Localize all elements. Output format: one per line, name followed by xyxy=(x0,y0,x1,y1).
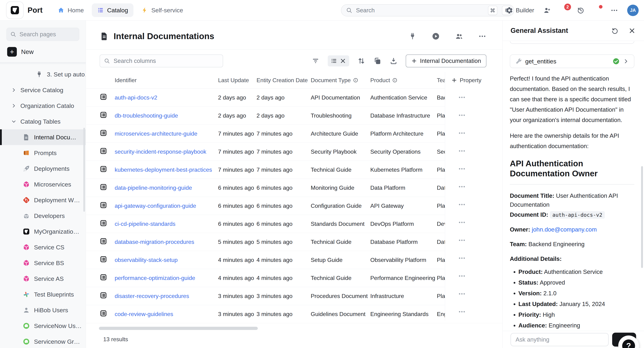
sidebar-item-hibob-users[interactable]: HiBob Users xyxy=(0,302,86,318)
copy-icon[interactable] xyxy=(374,57,382,65)
identifier-link[interactable]: data-pipeline-monitoring-guide xyxy=(115,184,192,191)
search-columns[interactable] xyxy=(100,54,223,67)
row-menu-icon[interactable] xyxy=(458,165,466,173)
sidebar-item-service-cs[interactable]: Service CS xyxy=(0,239,86,255)
identifier-link[interactable]: observability-stack-setup xyxy=(115,257,178,263)
row-menu-icon[interactable] xyxy=(458,272,466,280)
tasks-icon[interactable]: 2 xyxy=(560,6,568,14)
sidebar-search[interactable] xyxy=(6,28,79,41)
search-columns-input[interactable] xyxy=(113,57,219,64)
plug-icon[interactable] xyxy=(408,32,417,40)
identifier-link[interactable]: auth-api-docs-v2 xyxy=(115,94,157,101)
table-row[interactable]: api-gateway-configuration-guide 6 minute… xyxy=(86,197,502,215)
identifier-link[interactable]: kubernetes-deployment-best-practices xyxy=(115,167,212,173)
announcements-icon[interactable] xyxy=(594,6,602,14)
identifier-link[interactable]: database-migration-procedures xyxy=(115,239,194,245)
row-menu-icon[interactable] xyxy=(458,129,466,137)
sidebar-item-service-bs[interactable]: Service BS xyxy=(0,255,86,271)
identifier-link[interactable]: api-gateway-configuration-guide xyxy=(115,202,196,209)
table-row[interactable]: observability-stack-setup 4 minutes ago … xyxy=(86,251,502,269)
table-row[interactable]: code-review-guidelines 3 minutes ago 3 m… xyxy=(86,305,502,323)
identifier-link[interactable]: db-troubleshooting-guide xyxy=(115,112,178,119)
invite-user-icon[interactable] xyxy=(543,6,551,14)
row-menu-icon[interactable] xyxy=(458,236,466,244)
sidebar-item-developers[interactable]: Developers xyxy=(0,208,86,224)
filter-icon[interactable] xyxy=(312,57,320,65)
download-icon[interactable] xyxy=(390,57,398,65)
table-row[interactable]: db-troubleshooting-guide 2 days ago 2 da… xyxy=(86,107,502,125)
column-header-identifier[interactable]: Identifier xyxy=(115,77,218,84)
table-row[interactable]: kubernetes-deployment-best-practices 7 m… xyxy=(86,161,502,179)
row-menu-icon[interactable] xyxy=(458,254,466,262)
sidebar-item-internal-docu[interactable]: Internal Docu… xyxy=(0,129,86,145)
group-by-pill[interactable] xyxy=(328,55,349,66)
sidebar-item-deployment-w[interactable]: Deployment W… xyxy=(0,192,86,208)
sidebar-scrollbar[interactable] xyxy=(83,128,85,212)
tool-call-card[interactable]: get_entities xyxy=(510,41,634,44)
add-property-button[interactable]: Property xyxy=(445,72,502,88)
more-options-icon[interactable] xyxy=(610,6,618,14)
restore-icon[interactable] xyxy=(611,27,618,34)
horizontal-scrollbar[interactable] xyxy=(99,327,258,330)
sidebar-search-input[interactable] xyxy=(19,31,76,38)
row-menu-icon[interactable] xyxy=(458,93,466,101)
identifier-link[interactable]: disaster-recovery-procedures xyxy=(115,293,189,299)
sidebar-item-catalog-tables[interactable]: Catalog Tables xyxy=(0,114,86,129)
sidebar-item-servicenow-us[interactable]: ServiceNow Us… xyxy=(0,318,86,334)
tool-call-card[interactable]: get_entities xyxy=(510,54,634,68)
sidebar-item-test-blueprints[interactable]: Test Blueprints xyxy=(0,287,86,302)
column-header-doc-type[interactable]: Document Type xyxy=(311,77,370,84)
row-menu-icon[interactable] xyxy=(458,308,466,316)
top-nav-item-home[interactable]: Home xyxy=(52,3,89,17)
sidebar-item-microservices[interactable]: Microservices xyxy=(0,176,86,192)
add-internal-documentation-button[interactable]: Internal Documentation xyxy=(406,54,486,67)
port-logo-button[interactable] xyxy=(6,1,24,19)
row-menu-icon[interactable] xyxy=(458,290,466,298)
more-options-icon[interactable] xyxy=(478,32,486,40)
table-row[interactable]: auth-api-docs-v2 2 days ago 2 days ago A… xyxy=(86,89,502,107)
close-icon[interactable] xyxy=(340,57,346,64)
sidebar-item-myorganizatio[interactable]: MyOrganizatio… xyxy=(0,224,86,239)
avatar[interactable]: JA xyxy=(627,5,639,16)
sidebar-item-service-catalog[interactable]: Service Catalog xyxy=(0,82,86,98)
identifier-link[interactable]: microservices-architecture-guide xyxy=(115,130,197,137)
row-menu-icon[interactable] xyxy=(458,183,466,191)
play-circle-icon[interactable] xyxy=(432,32,440,40)
global-search-input[interactable] xyxy=(356,7,483,14)
owner-email-link[interactable]: john.doe@company.com xyxy=(532,226,597,233)
sidebar-item-service-as[interactable]: Service AS xyxy=(0,271,86,287)
top-nav-item-self-service[interactable]: Self-service xyxy=(136,3,188,17)
row-menu-icon[interactable] xyxy=(458,218,466,226)
identifier-link[interactable]: security-incident-response-playbook xyxy=(115,149,206,155)
identifier-link[interactable]: code-review-guidelines xyxy=(115,311,173,317)
table-row[interactable]: microservices-architecture-guide 7 minut… xyxy=(86,125,502,143)
sidebar-item-3-set-up-auto[interactable]: 3. Set up auto… xyxy=(0,66,86,82)
global-search[interactable]: K xyxy=(341,4,514,16)
row-menu-icon[interactable] xyxy=(458,201,466,208)
builder-button[interactable]: Builder xyxy=(505,6,534,14)
top-nav-item-catalog[interactable]: Catalog xyxy=(92,3,134,17)
table-row[interactable]: data-pipeline-monitoring-guide 6 minutes… xyxy=(86,179,502,197)
row-menu-icon[interactable] xyxy=(458,147,466,155)
column-header-last-update[interactable]: Last Update xyxy=(218,77,256,84)
table-row[interactable]: database-migration-procedures 5 minutes … xyxy=(86,233,502,251)
people-icon[interactable] xyxy=(455,32,463,40)
sidebar-item-prompts[interactable]: Prompts xyxy=(0,145,86,161)
close-icon[interactable] xyxy=(628,27,636,34)
identifier-link[interactable]: performance-optimization-guide xyxy=(115,275,195,281)
table-row[interactable]: ci-cd-pipeline-standards 6 minutes ago 6… xyxy=(86,215,502,233)
new-page-button[interactable]: + New xyxy=(7,47,78,57)
table-row[interactable]: disaster-recovery-procedures 3 minutes a… xyxy=(86,287,502,305)
assistant-scrollbar[interactable] xyxy=(641,166,643,268)
identifier-link[interactable]: ci-cd-pipeline-standards xyxy=(115,221,176,227)
row-menu-icon[interactable] xyxy=(458,111,466,119)
history-icon[interactable] xyxy=(577,6,584,14)
table-row[interactable]: performance-optimization-guide 4 minutes… xyxy=(86,269,502,287)
table-row[interactable]: security-incident-response-playbook 7 mi… xyxy=(86,143,502,161)
sidebar-item-organization-catalog[interactable]: Organization Catalog xyxy=(0,98,86,114)
ask-anything-input[interactable] xyxy=(510,333,608,346)
sort-icon[interactable] xyxy=(358,57,365,65)
column-header-created[interactable]: Entity Creation Date xyxy=(256,77,311,84)
sidebar-item-deployments[interactable]: Deployments xyxy=(0,161,86,176)
sidebar-item-servicenow-gr[interactable]: Servicenow Gr… xyxy=(0,334,86,348)
